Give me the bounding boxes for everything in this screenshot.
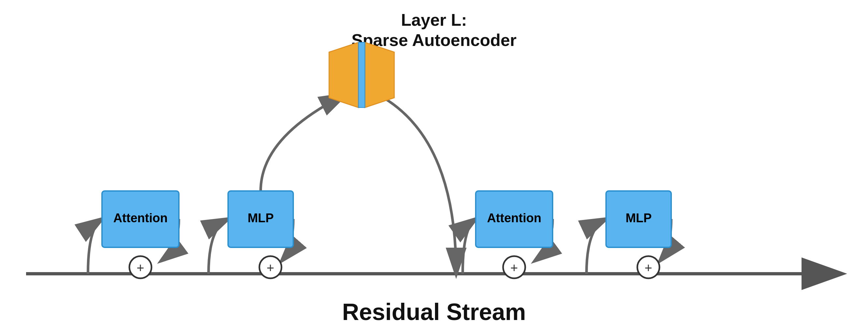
autoencoder-center-bar <box>359 42 365 108</box>
arrow-mlp1-to-sae <box>261 94 345 191</box>
arrow-to-attn2 <box>463 219 476 274</box>
autoencoder-right <box>365 42 394 108</box>
autoencoder-left <box>329 42 359 108</box>
arrow-to-mlp2 <box>587 219 606 274</box>
diagram-container: Layer L: Sparse Autoencoder Residual Str… <box>0 0 868 335</box>
arrow-sae-to-residual <box>378 94 456 274</box>
plus-symbol-4: + <box>645 261 652 275</box>
attention2-label: Attention <box>487 211 541 225</box>
attention1-label: Attention <box>114 211 168 225</box>
arrow-to-mlp1 <box>209 219 228 274</box>
arrow-to-attn1 <box>88 219 102 274</box>
mlp2-label: MLP <box>626 211 652 225</box>
plus-symbol-1: + <box>136 261 144 275</box>
mlp1-label: MLP <box>248 211 274 225</box>
main-svg: + + + + Attention MLP Attention MLP <box>0 0 868 335</box>
plus-symbol-3: + <box>510 261 518 275</box>
plus-symbol-2: + <box>267 261 274 275</box>
